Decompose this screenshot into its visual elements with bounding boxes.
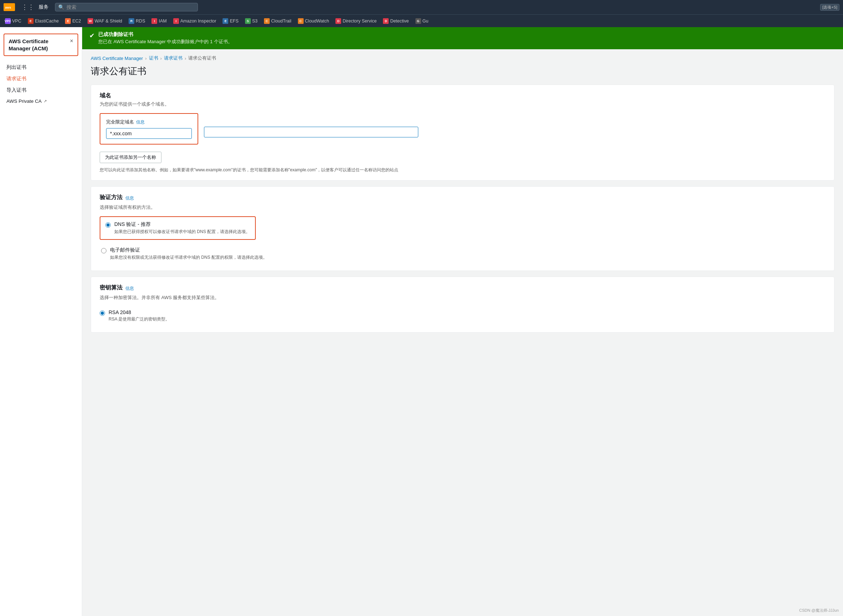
s3-icon: S xyxy=(245,18,251,24)
directoryservice-icon: D xyxy=(335,18,341,24)
breadcrumb-certs[interactable]: 证书 xyxy=(149,55,158,62)
dns-validation-label: DNS 验证 - 推荐 xyxy=(114,221,250,228)
service-item-more[interactable]: G Gu xyxy=(413,17,431,25)
add-name-button[interactable]: 为此证书添加另一个名称 xyxy=(100,152,162,163)
page-title: 请求公有证书 xyxy=(91,65,834,78)
fqdn-info-link[interactable]: 信息 xyxy=(136,119,145,125)
content-area: ✔ 已成功删除证书 您已在 AWS Certificate Manager 中成… xyxy=(82,27,843,616)
success-check-icon: ✔ xyxy=(89,32,95,40)
fqdn-label: 完全限定域名 xyxy=(106,119,134,125)
cloudtrail-icon: C xyxy=(264,18,270,24)
sidebar-title: AWS Certificate Manager (ACM) xyxy=(9,38,67,52)
footer-watermark: CSDN @魔法师-JJJun xyxy=(799,608,839,613)
domain-extra-input[interactable] xyxy=(204,127,418,137)
validation-section-title: 验证方法 xyxy=(100,194,122,201)
service-item-cloudtrail[interactable]: C CloudTrail xyxy=(261,17,294,25)
domain-section-desc: 为您的证书提供一个或多个域名。 xyxy=(100,101,825,107)
breadcrumb-current: 请求公有证书 xyxy=(188,55,216,62)
email-validation-label: 电子邮件验证 xyxy=(110,247,267,254)
validation-section-desc: 选择验证域所有权的方法。 xyxy=(100,204,825,211)
validation-info-link[interactable]: 信息 xyxy=(125,195,134,201)
service-item-detective[interactable]: D Detective xyxy=(380,17,412,25)
domain-section: 域名 为您的证书提供一个或多个域名。 完全限定域名 信息 为此证书添加另一个名称 xyxy=(91,85,834,180)
sidebar-title-box: AWS Certificate Manager (ACM) × xyxy=(4,34,78,56)
service-label-s3: S3 xyxy=(252,19,257,23)
domain-helper-text: 您可以向此证书添加其他名称。例如，如果要请求"www.example.com"的… xyxy=(100,167,825,173)
rsa-2048-label: RSA 2048 xyxy=(109,309,170,315)
vpc-icon: VPC xyxy=(5,18,11,24)
breadcrumb: AWS Certificate Manager › 证书 › 请求证书 › 请求… xyxy=(91,55,834,62)
sidebar: AWS Certificate Manager (ACM) × 列出证书 请求证… xyxy=(0,27,82,616)
search-icon: 🔍 xyxy=(58,4,64,10)
sidebar-close-button[interactable]: × xyxy=(70,38,73,44)
detective-icon: D xyxy=(383,18,388,24)
service-item-directoryservice[interactable]: D Directory Service xyxy=(332,17,380,25)
success-description: 您已在 AWS Certificate Manager 中成功删除账户中的 1 … xyxy=(98,38,232,45)
ec2-icon: E xyxy=(65,18,71,24)
services-label[interactable]: 服务 xyxy=(38,4,49,10)
breadcrumb-request[interactable]: 请求证书 xyxy=(164,55,182,62)
dns-validation-desc: 如果您已获得授权可以修改证书请求中域的 DNS 配置，请选择此选项。 xyxy=(114,229,250,235)
service-label-directoryservice: Directory Service xyxy=(343,19,377,23)
email-validation-desc: 如果您没有权限或无法获得修改证书请求中域的 DNS 配置的权限，请选择此选项。 xyxy=(110,254,267,261)
service-item-vpc[interactable]: VPC VPC xyxy=(2,17,24,25)
sidebar-item-import-cert[interactable]: 导入证书 xyxy=(0,85,82,96)
external-link-icon: ↗ xyxy=(44,99,47,104)
private-ca-label: AWS Private CA xyxy=(6,98,42,104)
grid-menu-icon[interactable]: ⋮⋮ xyxy=(20,3,36,11)
search-input[interactable] xyxy=(66,4,195,10)
service-label-efs: EFS xyxy=(230,19,238,23)
service-bar: VPC VPC E ElastiCache E EC2 W WAF & Shie… xyxy=(0,14,843,27)
service-item-s3[interactable]: S S3 xyxy=(242,17,260,25)
sidebar-item-private-ca[interactable]: AWS Private CA ↗ xyxy=(0,96,82,106)
service-item-waf[interactable]: W WAF & Shield xyxy=(85,17,125,25)
email-validation-option: 电子邮件验证 如果您没有权限或无法获得修改证书请求中域的 DNS 配置的权限，请… xyxy=(101,244,825,263)
service-item-ec2[interactable]: E EC2 xyxy=(62,17,84,25)
service-label-cloudtrail: CloudTrail xyxy=(271,19,291,23)
service-label-ec2: EC2 xyxy=(72,19,81,23)
aws-logo-icon: aws xyxy=(4,3,15,11)
service-item-elasticache[interactable]: E ElastiCache xyxy=(25,17,62,25)
sidebar-item-list-certs[interactable]: 列出证书 xyxy=(0,62,82,73)
service-label-cloudwatch: CloudWatch xyxy=(305,19,330,23)
main-layout: AWS Certificate Manager (ACM) × 列出证书 请求证… xyxy=(0,27,843,616)
key-section-desc: 选择一种加密算法。并非所有 AWS 服务都支持某些算法。 xyxy=(100,295,825,301)
validation-section: 验证方法 信息 选择验证域所有权的方法。 DNS 验证 - 推荐 如果您已获得授… xyxy=(91,186,834,271)
aws-logo[interactable]: aws xyxy=(4,3,15,11)
breadcrumb-sep-3: › xyxy=(185,56,186,61)
key-section-title: 密钥算法 xyxy=(100,284,122,292)
search-shortcut: [选项+S] xyxy=(820,4,839,11)
key-info-link[interactable]: 信息 xyxy=(125,286,134,292)
service-item-cloudwatch[interactable]: C CloudWatch xyxy=(295,17,332,25)
breadcrumb-acm[interactable]: AWS Certificate Manager xyxy=(91,56,143,61)
service-label-iam: IAM xyxy=(159,19,166,23)
service-item-iam[interactable]: I IAM xyxy=(149,17,169,25)
service-item-rds[interactable]: R RDS xyxy=(126,17,148,25)
rds-icon: R xyxy=(129,18,134,24)
fqdn-input[interactable] xyxy=(106,128,192,139)
service-item-inspector[interactable]: I Amazon Inspector xyxy=(171,17,219,25)
service-label-waf: WAF & Shield xyxy=(95,19,122,23)
cloudwatch-icon: C xyxy=(298,18,304,24)
service-label-inspector: Amazon Inspector xyxy=(180,19,216,23)
breadcrumb-sep-2: › xyxy=(160,56,162,61)
inspector-icon: I xyxy=(173,18,179,24)
search-bar[interactable]: 🔍 xyxy=(55,3,198,12)
service-label-detective: Detective xyxy=(390,19,409,23)
rsa-2048-option: RSA 2048 RSA 是使用最广泛的密钥类型。 xyxy=(100,307,825,325)
service-label-more: Gu xyxy=(422,19,429,23)
page-content: AWS Certificate Manager › 证书 › 请求证书 › 请求… xyxy=(82,49,843,353)
fqdn-group: 完全限定域名 信息 xyxy=(100,113,198,145)
service-label-rds: RDS xyxy=(136,19,145,23)
dns-validation-radio[interactable] xyxy=(105,222,111,228)
breadcrumb-sep-1: › xyxy=(145,56,146,61)
email-validation-radio[interactable] xyxy=(101,248,106,254)
success-title: 已成功删除证书 xyxy=(98,31,232,38)
service-label-vpc: VPC xyxy=(12,19,21,23)
rsa-2048-radio[interactable] xyxy=(100,311,105,316)
key-section: 密钥算法 信息 选择一种加密算法。并非所有 AWS 服务都支持某些算法。 RSA… xyxy=(91,277,834,333)
service-item-efs[interactable]: E EFS xyxy=(220,17,241,25)
domain-section-title: 域名 xyxy=(100,92,825,100)
more-icon: G xyxy=(415,18,421,24)
sidebar-item-request-cert[interactable]: 请求证书 xyxy=(0,73,82,85)
